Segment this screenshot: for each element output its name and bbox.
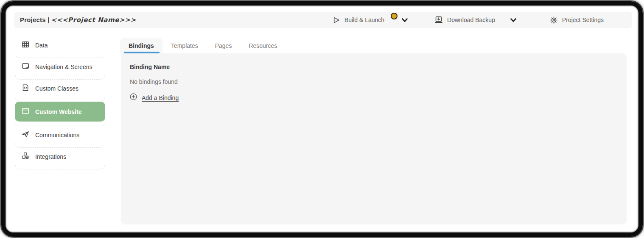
status-badge	[391, 13, 398, 19]
sidebar-divider	[15, 144, 105, 148]
project-settings-button[interactable]: Project Settings	[562, 17, 604, 23]
sidebar-item-label: Navigation & Screens	[35, 64, 92, 70]
bindings-panel: Binding Name No bindings found Add a Bin…	[121, 53, 627, 224]
gear-icon[interactable]	[550, 16, 558, 24]
build-launch-button[interactable]: Build & Launch	[344, 17, 384, 23]
header-actions: Build & Launch Download	[333, 16, 626, 24]
code-file-icon	[22, 84, 29, 93]
sidebar-item-label: Integrations	[35, 153, 66, 160]
screens-icon	[22, 62, 29, 71]
download-backup-button[interactable]: Download Backup	[447, 17, 495, 23]
play-icon[interactable]	[333, 17, 340, 24]
sidebar-divider	[15, 97, 105, 101]
sidebar-item-label: Custom Website	[35, 108, 81, 115]
sidebar-item-label: Communications	[35, 132, 79, 138]
sidebar-divider	[15, 165, 105, 169]
add-binding-label: Add a Binding	[142, 94, 179, 101]
tab-bindings[interactable]: Bindings	[120, 38, 162, 53]
download-backup-chevron-down-icon[interactable]	[510, 17, 517, 23]
browser-icon	[22, 107, 29, 116]
project-name: <<<Project Name>>>	[51, 16, 136, 24]
sidebar-item-label: Custom Classes	[35, 85, 78, 92]
download-backup-group: Download Backup	[434, 16, 495, 24]
build-launch-chevron-down-icon[interactable]	[401, 17, 408, 23]
project-settings-group: Project Settings	[550, 16, 604, 24]
blocks-icon	[22, 152, 29, 161]
sidebar-item-integrations[interactable]: Integrations	[15, 148, 105, 165]
sidebar-divider	[15, 54, 105, 58]
sidebar-item-custom-classes[interactable]: Custom Classes	[15, 80, 105, 97]
sidebar-item-communications[interactable]: Communications	[15, 126, 105, 144]
tab-templates[interactable]: Templates	[162, 38, 207, 53]
empty-state-message: No bindings found	[130, 78, 618, 85]
tab-bar: Bindings Templates Pages Resources	[120, 38, 286, 53]
add-binding-button[interactable]: Add a Binding	[130, 93, 618, 102]
sidebar-item-data[interactable]: Data	[15, 36, 105, 54]
sidebar-item-navigation-screens[interactable]: Navigation & Screens	[15, 58, 105, 75]
app-window: Projects |<<<Project Name>>> Build & Lau…	[0, 0, 644, 238]
tab-resources[interactable]: Resources	[240, 38, 286, 53]
page-title: Projects |<<<Project Name>>>	[20, 16, 136, 24]
sidebar: Data Navigation & Screens Custom Clas	[15, 36, 105, 169]
plus-circle-icon	[130, 93, 137, 102]
download-icon[interactable]	[434, 16, 443, 24]
sidebar-divider	[15, 75, 105, 80]
page-title-prefix: Projects |	[20, 16, 50, 23]
sidebar-divider	[15, 122, 105, 126]
sidebar-item-label: Data	[35, 42, 48, 49]
tab-pages[interactable]: Pages	[207, 38, 241, 53]
table-icon	[22, 41, 29, 50]
build-launch-group: Build & Launch	[333, 17, 408, 24]
header-bar: Projects |<<<Project Name>>> Build & Lau…	[14, 12, 632, 28]
column-header-binding-name: Binding Name	[130, 64, 618, 70]
sidebar-item-custom-website[interactable]: Custom Website	[15, 102, 105, 122]
send-icon	[22, 130, 29, 139]
